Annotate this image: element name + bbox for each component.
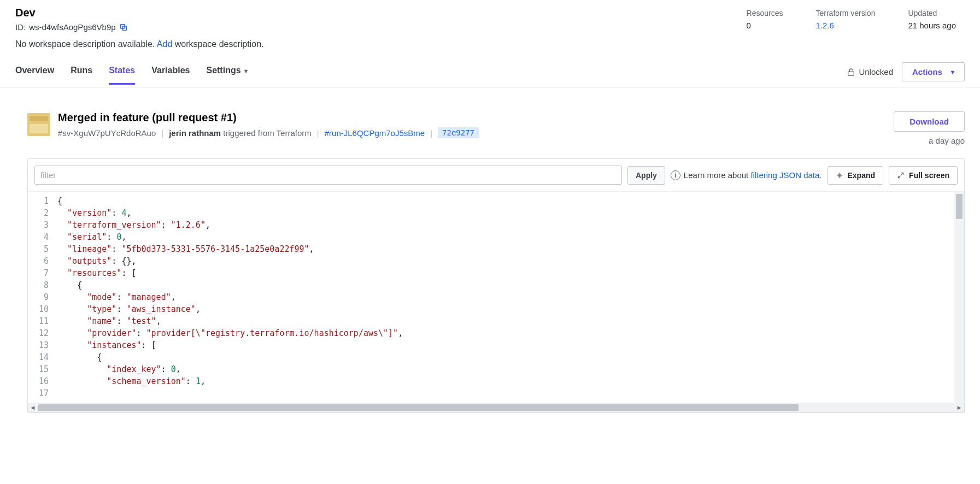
separator: | bbox=[430, 128, 432, 138]
chevron-down-icon: ▾ bbox=[244, 67, 248, 75]
horizontal-scrollbar[interactable]: ◄ ► bbox=[28, 403, 964, 412]
state-timestamp: a day ago bbox=[894, 136, 965, 145]
separator: | bbox=[317, 128, 319, 138]
scrollbar-thumb[interactable] bbox=[956, 194, 963, 219]
fullscreen-button[interactable]: Full screen bbox=[889, 166, 958, 185]
expand-label: Expand bbox=[848, 171, 876, 180]
state-json-viewer: Apply i Learn more about filtering JSON … bbox=[27, 158, 965, 413]
actions-button-label: Actions bbox=[912, 67, 942, 76]
expand-icon bbox=[836, 172, 843, 179]
tab-settings[interactable]: Settings▾ bbox=[206, 66, 247, 84]
stat-updated-label: Updated bbox=[908, 9, 956, 17]
download-button[interactable]: Download bbox=[894, 111, 965, 132]
desc-suffix: workspace description. bbox=[172, 39, 263, 49]
lock-label-text: Unlocked bbox=[859, 67, 893, 76]
expand-button[interactable]: Expand bbox=[828, 166, 884, 185]
fullscreen-icon bbox=[897, 172, 905, 179]
fullscreen-label: Full screen bbox=[909, 171, 949, 180]
info-icon: i bbox=[671, 170, 680, 180]
state-title: Merged in feature (pull request #1) bbox=[58, 111, 479, 124]
tab-states[interactable]: States bbox=[109, 66, 135, 85]
triggered-user: jerin rathnam bbox=[169, 128, 221, 138]
stat-resources: Resources 0 bbox=[747, 9, 783, 30]
workspace-id-label: ID: bbox=[15, 22, 26, 32]
stat-resources-value: 0 bbox=[747, 21, 783, 30]
workspace-name: Dev bbox=[15, 7, 263, 19]
scrollbar-thumb[interactable] bbox=[38, 404, 799, 411]
unlock-icon bbox=[847, 68, 855, 76]
stat-resources-label: Resources bbox=[747, 9, 783, 17]
tab-overview[interactable]: Overview bbox=[15, 66, 54, 84]
chevron-down-icon: ▾ bbox=[951, 68, 954, 76]
stat-updated: Updated 21 hours ago bbox=[908, 9, 956, 30]
workspace-id: ws-d4wfsAogPgs6Vb9p bbox=[29, 22, 115, 32]
svg-rect-2 bbox=[848, 72, 854, 75]
stat-updated-value: 21 hours ago bbox=[908, 21, 956, 30]
add-description-link[interactable]: Add bbox=[157, 39, 172, 49]
workspace-description: No workspace description available. Add … bbox=[15, 39, 263, 49]
tab-variables[interactable]: Variables bbox=[151, 66, 190, 84]
tab-settings-label: Settings bbox=[206, 66, 240, 75]
copy-icon[interactable] bbox=[119, 23, 128, 32]
code-content[interactable]: { "version": 4, "terraform_version": "1.… bbox=[53, 192, 954, 403]
stat-terraform-version: Terraform version 1.2.6 bbox=[816, 9, 876, 30]
scroll-right-icon[interactable]: ► bbox=[954, 404, 964, 411]
run-link[interactable]: #run-JL6QCPgm7oJ5sBme bbox=[325, 128, 425, 138]
lock-status[interactable]: Unlocked bbox=[847, 67, 893, 76]
commit-badge[interactable]: 72e9277 bbox=[438, 127, 479, 138]
tab-runs[interactable]: Runs bbox=[71, 66, 92, 84]
vertical-scrollbar[interactable] bbox=[954, 192, 964, 403]
stat-tf-value[interactable]: 1.2.6 bbox=[816, 21, 876, 30]
separator: | bbox=[161, 128, 163, 138]
state-version-id: #sv-XguW7pUYcRdoRAuo bbox=[58, 128, 156, 138]
filter-input[interactable] bbox=[34, 166, 622, 185]
scroll-left-icon[interactable]: ◄ bbox=[28, 404, 38, 411]
stat-tf-label: Terraform version bbox=[816, 9, 876, 17]
learn-prefix: Learn more about bbox=[684, 170, 751, 180]
avatar bbox=[27, 113, 50, 136]
triggered-text: triggered from Terraform bbox=[221, 128, 312, 138]
actions-button[interactable]: Actions ▾ bbox=[902, 62, 965, 81]
line-gutter: 1234567891011121314151617 bbox=[28, 192, 53, 403]
apply-button[interactable]: Apply bbox=[627, 166, 665, 185]
desc-prefix: No workspace description available. bbox=[15, 39, 157, 49]
learn-link[interactable]: filtering JSON data. bbox=[750, 170, 821, 180]
